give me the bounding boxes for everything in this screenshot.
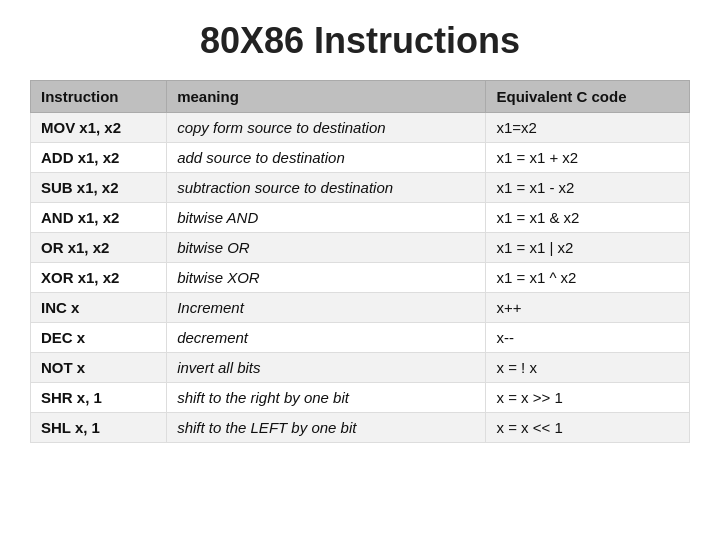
table-cell-3-2: x1 = x1 & x2	[486, 203, 690, 233]
table-row: XOR x1, x2bitwise XORx1 = x1 ^ x2	[31, 263, 690, 293]
col-header-instruction: Instruction	[31, 81, 167, 113]
table-row: MOV x1, x2copy form source to destinatio…	[31, 113, 690, 143]
table-cell-2-2: x1 = x1 - x2	[486, 173, 690, 203]
table-cell-5-0: XOR x1, x2	[31, 263, 167, 293]
col-header-meaning: meaning	[167, 81, 486, 113]
table-cell-0-1: copy form source to destination	[167, 113, 486, 143]
table-cell-2-1: subtraction source to destination	[167, 173, 486, 203]
table-row: ADD x1, x2add source to destinationx1 = …	[31, 143, 690, 173]
table-cell-6-0: INC x	[31, 293, 167, 323]
table-cell-10-1: shift to the LEFT by one bit	[167, 413, 486, 443]
table-cell-0-2: x1=x2	[486, 113, 690, 143]
table-cell-7-0: DEC x	[31, 323, 167, 353]
table-row: NOT xinvert all bitsx = ! x	[31, 353, 690, 383]
table-row: SHL x, 1shift to the LEFT by one bitx = …	[31, 413, 690, 443]
table-cell-3-1: bitwise AND	[167, 203, 486, 233]
table-cell-1-2: x1 = x1 + x2	[486, 143, 690, 173]
page: 80X86 Instructions Instruction meaning E…	[0, 0, 720, 540]
table-cell-8-0: NOT x	[31, 353, 167, 383]
table-cell-8-2: x = ! x	[486, 353, 690, 383]
table-cell-9-1: shift to the right by one bit	[167, 383, 486, 413]
table-row: SHR x, 1shift to the right by one bitx =…	[31, 383, 690, 413]
table-cell-7-1: decrement	[167, 323, 486, 353]
col-header-ccode: Equivalent C code	[486, 81, 690, 113]
table-cell-1-0: ADD x1, x2	[31, 143, 167, 173]
table-cell-6-2: x++	[486, 293, 690, 323]
table-cell-4-2: x1 = x1 | x2	[486, 233, 690, 263]
table-cell-9-0: SHR x, 1	[31, 383, 167, 413]
table-cell-5-2: x1 = x1 ^ x2	[486, 263, 690, 293]
table-cell-10-2: x = x << 1	[486, 413, 690, 443]
table-row: INC xIncrementx++	[31, 293, 690, 323]
table-cell-3-0: AND x1, x2	[31, 203, 167, 233]
table-cell-4-0: OR x1, x2	[31, 233, 167, 263]
table-cell-8-1: invert all bits	[167, 353, 486, 383]
table-cell-5-1: bitwise XOR	[167, 263, 486, 293]
table-cell-6-1: Increment	[167, 293, 486, 323]
table-row: OR x1, x2bitwise ORx1 = x1 | x2	[31, 233, 690, 263]
table-header-row: Instruction meaning Equivalent C code	[31, 81, 690, 113]
table-cell-7-2: x--	[486, 323, 690, 353]
table-cell-10-0: SHL x, 1	[31, 413, 167, 443]
instructions-table: Instruction meaning Equivalent C code MO…	[30, 80, 690, 443]
table-cell-2-0: SUB x1, x2	[31, 173, 167, 203]
table-cell-9-2: x = x >> 1	[486, 383, 690, 413]
table-cell-4-1: bitwise OR	[167, 233, 486, 263]
table-cell-1-1: add source to destination	[167, 143, 486, 173]
table-row: AND x1, x2bitwise ANDx1 = x1 & x2	[31, 203, 690, 233]
table-row: SUB x1, x2subtraction source to destinat…	[31, 173, 690, 203]
table-row: DEC xdecrementx--	[31, 323, 690, 353]
table-cell-0-0: MOV x1, x2	[31, 113, 167, 143]
page-title: 80X86 Instructions	[200, 20, 520, 62]
